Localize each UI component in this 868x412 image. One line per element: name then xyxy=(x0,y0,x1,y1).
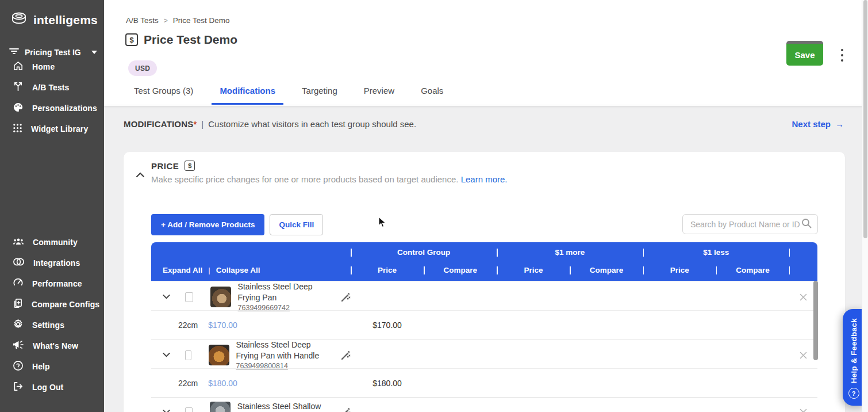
control-group-price[interactable]: $180.00 xyxy=(351,379,424,388)
magic-wand-icon[interactable] xyxy=(341,350,351,360)
sidebar-item-personalizations[interactable]: Personalizations xyxy=(0,98,104,119)
price-section-card: PRICE $ Make specific price changes for … xyxy=(124,152,845,412)
price-table: Control Group $1 more $1 less Expand All… xyxy=(151,242,817,412)
col-header-price-less: Price xyxy=(643,260,716,281)
sidebar-nav-top: Home A/B Tests Personali xyxy=(0,56,104,139)
gear-icon xyxy=(13,319,24,332)
sidebar-item-community[interactable]: Community xyxy=(0,232,104,253)
logo[interactable]: intelligems xyxy=(0,0,104,30)
banner-separator: | xyxy=(201,119,203,129)
product-search xyxy=(682,214,818,234)
breadcrumb-parent[interactable]: A/B Tests xyxy=(126,16,159,25)
col-header-compare-more: Compare xyxy=(570,260,643,281)
row-checkbox[interactable] xyxy=(185,407,193,412)
ab-tests-icon xyxy=(13,81,24,94)
personalizations-icon xyxy=(13,102,24,115)
group-header-1-more: $1 more xyxy=(497,245,643,260)
workspace-label: Pricing Test IG xyxy=(25,48,86,57)
price-section-title: PRICE xyxy=(151,161,179,171)
required-asterisk: * xyxy=(193,119,197,129)
product-thumbnail xyxy=(210,287,231,307)
tab-targeting[interactable]: Targeting xyxy=(302,86,337,105)
remove-product-button[interactable] xyxy=(799,351,808,360)
sidebar-item-settings[interactable]: Settings xyxy=(0,315,104,335)
product-name: Stainless Steel Deep Frying Pan with Han… xyxy=(236,339,327,361)
col-header-price-more: Price xyxy=(497,260,570,281)
logout-icon xyxy=(13,381,24,394)
remove-product-button[interactable] xyxy=(799,293,808,302)
intelligems-logo-icon xyxy=(10,10,28,30)
tab-modifications[interactable]: Modifications xyxy=(220,86,275,105)
row-checkbox[interactable] xyxy=(185,350,191,360)
sidebar-item-compare-configs[interactable]: Compare Configs xyxy=(0,294,104,315)
breadcrumb-current: Price Test Demo xyxy=(173,16,230,25)
breadcrumb-separator: > xyxy=(164,17,168,25)
content-area: MODIFICATIONS* | Customize what visitors… xyxy=(104,106,868,412)
sidebar-item-home[interactable]: Home xyxy=(0,56,104,77)
sidebar-item-whats-new[interactable]: What's New xyxy=(0,335,104,356)
sidebar-item-integrations[interactable]: Integrations xyxy=(0,253,104,273)
save-button[interactable]: Save xyxy=(786,41,823,66)
search-input[interactable] xyxy=(690,220,801,229)
compare-configs-icon xyxy=(13,298,23,311)
add-remove-products-button[interactable]: + Add / Remove Products xyxy=(151,214,264,235)
sidebar-item-widget-library[interactable]: Widget Library xyxy=(0,119,104,139)
page-header: A/B Tests > Price Test Demo $ Price Test… xyxy=(104,0,868,105)
help-icon xyxy=(13,360,24,373)
tab-preview[interactable]: Preview xyxy=(364,86,394,105)
col-header-compare-control: Compare xyxy=(424,260,497,281)
tab-test-groups[interactable]: Test Groups (3) xyxy=(134,86,193,105)
product-thumbnail xyxy=(210,402,231,412)
collapse-section-chevron[interactable] xyxy=(136,169,144,180)
tab-bar: Test Groups (3) Modifications Targeting … xyxy=(134,86,443,105)
product-id-link[interactable]: 7639499669742 xyxy=(238,303,327,313)
more-options-button[interactable] xyxy=(838,47,846,63)
collapse-all-button[interactable]: Collapse All xyxy=(216,266,260,274)
sidebar-nav-bottom: Community Integrations Performance xyxy=(0,232,104,398)
learn-more-link[interactable]: Learn more. xyxy=(461,174,508,184)
row-checkbox[interactable] xyxy=(185,292,193,302)
sidebar-item-performance[interactable]: Performance xyxy=(0,273,104,294)
table-row-product-2: Stainless Steel Deep Frying Pan with Han… xyxy=(151,339,817,368)
next-step-label: Next step xyxy=(792,119,831,129)
magic-wand-icon[interactable] xyxy=(341,407,351,412)
search-icon xyxy=(801,218,812,231)
table-scrollbar-thumb[interactable] xyxy=(813,281,818,360)
control-group-price[interactable]: $170.00 xyxy=(351,321,424,330)
product-id-link[interactable]: 7639499800814 xyxy=(236,361,327,371)
price-test-icon: $ xyxy=(125,33,138,46)
arrow-right-icon: → xyxy=(835,119,844,129)
chevron-down-icon xyxy=(91,51,97,54)
remove-product-button[interactable] xyxy=(799,408,808,412)
product-name: Stainless Steel Deep Frying Pan xyxy=(238,281,327,303)
expand-row-chevron[interactable] xyxy=(163,295,170,299)
expand-all-button[interactable]: Expand All xyxy=(163,266,202,274)
sidebar-item-ab-tests[interactable]: A/B Tests xyxy=(0,77,104,98)
sidebar: intelligems Pricing Test IG Home xyxy=(0,0,104,412)
tab-goals[interactable]: Goals xyxy=(421,86,443,105)
sidebar-item-help[interactable]: Help xyxy=(0,356,104,377)
app-window: intelligems Pricing Test IG Home xyxy=(0,0,868,412)
sidebar-item-log-out[interactable]: Log Out xyxy=(0,377,104,398)
variant-label: 22cm xyxy=(178,321,198,330)
expand-row-chevron[interactable] xyxy=(163,353,170,357)
col-header-price-control: Price xyxy=(351,260,424,281)
widget-library-icon xyxy=(13,123,22,135)
expand-row-chevron[interactable] xyxy=(163,410,170,412)
price-section-description: Make specific price changes for one or m… xyxy=(151,174,508,184)
page-title: Price Test Demo xyxy=(144,33,237,47)
home-icon xyxy=(13,60,24,74)
banner-title: MODIFICATIONS xyxy=(124,119,193,129)
variant-price-link[interactable]: $170.00 xyxy=(208,321,237,330)
performance-icon xyxy=(13,277,24,291)
modifications-banner: MODIFICATIONS* | Customize what visitors… xyxy=(124,119,844,129)
quick-fill-button[interactable]: Quick Fill xyxy=(270,214,323,235)
product-thumbnail xyxy=(209,345,229,365)
page-scrollbar-thumb[interactable] xyxy=(863,0,867,238)
magic-wand-icon[interactable] xyxy=(341,292,351,302)
variant-price-link[interactable]: $180.00 xyxy=(208,379,237,388)
col-header-compare-less: Compare xyxy=(716,260,789,281)
currency-badge: USD xyxy=(128,60,157,76)
page-scrollbar[interactable] xyxy=(862,0,868,412)
next-step-button[interactable]: Next step → xyxy=(792,119,844,129)
